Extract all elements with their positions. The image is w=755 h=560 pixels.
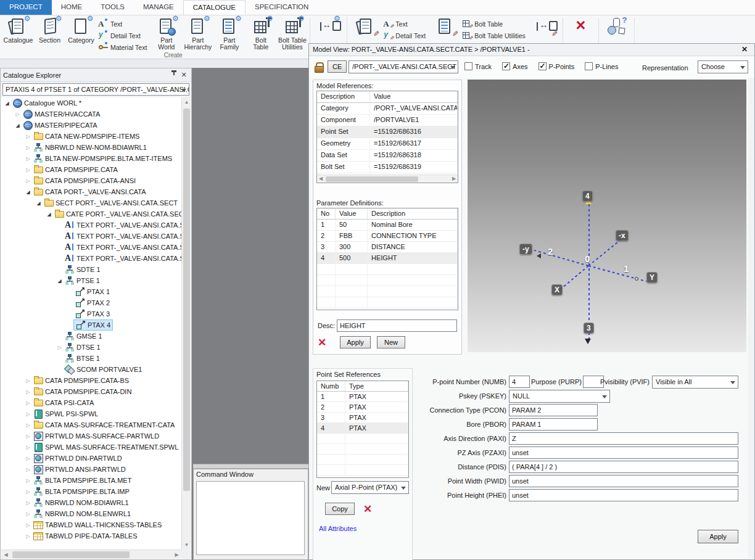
tree-item[interactable]: BTSE 1 (1, 353, 183, 364)
axis-badge--x[interactable]: -x (616, 230, 629, 241)
ribbon-button-detail-text[interactable]: y✎Detail Text (382, 30, 429, 41)
tree-item-content[interactable]: SCOM PORTVALVE1 (63, 364, 144, 375)
table-row[interactable]: 4PTAX (317, 423, 408, 434)
tree-item-content[interactable]: NBRWLD NOM-BDIAWRL1 (31, 497, 131, 508)
tree-item-content[interactable]: DTSE 1 (63, 342, 102, 353)
phei-input[interactable]: unset (509, 489, 738, 501)
tree-item[interactable]: ▷CATA PDMSPIPE.CATA-DIN (1, 386, 183, 397)
expander-closed-icon[interactable]: ▷ (25, 400, 31, 406)
tree-item-content[interactable]: BLTA PDMSPIPE.BLTA.IMP (31, 486, 131, 497)
lock-icon[interactable] (315, 62, 323, 72)
expander-closed-icon[interactable]: ▷ (25, 511, 31, 517)
tree-item-content[interactable]: CATA PDMSPIPE.CATA-DIN (31, 386, 133, 397)
parameter-definitions-table[interactable]: NoValueDescription150Nominal Bore2FBBCON… (316, 208, 458, 310)
expander-open-icon[interactable]: ◢ (25, 189, 31, 195)
expander-open-icon[interactable]: ◢ (56, 278, 63, 284)
tree-item-content[interactable]: PTAX 3 (73, 308, 112, 319)
tree-item-content[interactable]: CATA MAS-SURFACE-TREATMENT-CATA (31, 419, 176, 430)
table-row[interactable] (317, 297, 458, 308)
delete-parameter-icon[interactable]: ✕ (318, 337, 326, 348)
tree-item-content[interactable]: CATA PORT-_VALVE-ANSI.CATA (31, 186, 148, 197)
expander-closed-icon[interactable]: ▷ (56, 345, 63, 350)
tree-item[interactable]: ▷BLTA PDMSPIPE.BLTA.MET (1, 475, 183, 486)
tree-item-content[interactable]: PRTWLD MAS-SURFACE-PARTWLD (31, 430, 161, 442)
tree-item-content[interactable]: TABWLD PIPE-DATA-TABLES (31, 530, 139, 541)
tab-manage[interactable]: MANAGE (134, 0, 183, 15)
pvif-combo[interactable]: Visible in All (652, 376, 738, 389)
tree-item-content[interactable]: TABWLD WALL-THICKNESS-TABLES (31, 519, 163, 530)
ribbon-button-bolt-table[interactable]: ✎Bolt Table (461, 18, 529, 30)
pzaxi-input[interactable]: unset (509, 447, 738, 459)
tree-item[interactable]: ▷PRTWLD MAS-SURFACE-PARTWLD (1, 430, 183, 442)
expander-open-icon[interactable]: ◢ (14, 123, 21, 128)
scroll-left-icon[interactable]: ◀ (1, 550, 10, 559)
table-row[interactable]: Point Set=15192/686316 (317, 126, 458, 138)
table-row[interactable] (317, 455, 408, 465)
tree-item[interactable]: ▷NBRWLD NEW-NOM-BDIAWRL1 (1, 142, 183, 153)
scroll-left-icon[interactable]: ◀ (317, 175, 324, 183)
scroll-right-icon[interactable]: ▶ (450, 175, 458, 183)
tree-item[interactable]: ▷CATA PDMSPIPE.CATA-BS (1, 375, 183, 386)
delete-point-icon[interactable]: ✕ (363, 504, 372, 514)
tree-item-content[interactable]: ATEXT PORT-_VALVE-ANSI.CATA.SE (63, 220, 183, 231)
tree-item[interactable]: ▷CATA PDMSPIPE.CATA (1, 164, 183, 175)
tree-item-content[interactable]: CATA PSI-CATA (31, 397, 96, 408)
tree-item-content[interactable]: BLTA PDMSPIPE.BLTA.MET (31, 475, 133, 486)
tree-item[interactable]: ▷CATA NEW-PDMSPIPE-ITEMS (1, 131, 183, 142)
tree-item-content[interactable]: CATA PDMSPIPE.CATA-BS (31, 375, 131, 386)
table-row[interactable]: Category/PORT-_VALVE-ANSI.CATA.SECT (317, 103, 458, 115)
checkbox-axes[interactable]: Axes (502, 62, 527, 70)
pcon-input[interactable]: PARAM 2 (509, 404, 598, 416)
model-3d-canvas[interactable]: 4-x-yXY3201 (468, 80, 746, 352)
expander-open-icon[interactable]: ◢ (35, 200, 42, 206)
tree-item[interactable]: ▷PRTWLD DIN-PARTWLD (1, 453, 183, 464)
axis-badge-x[interactable]: X (551, 284, 563, 295)
tree-item-content[interactable]: NBRWLD NOM-BLENWRL1 (31, 508, 133, 519)
expander-closed-icon[interactable]: ▷ (25, 378, 31, 384)
tree-item-content[interactable]: MASTER/PIPECATA (21, 120, 99, 131)
tree-item-content[interactable]: BLTA NEW-PDMSPIPE.BLTA.MET-ITEMS (31, 153, 174, 164)
expander-closed-icon[interactable]: ▷ (25, 389, 31, 395)
expander-closed-icon[interactable]: ▷ (25, 156, 31, 162)
checkbox-unchecked-icon[interactable] (585, 62, 593, 70)
tree-item[interactable]: ▷DTSE 1 (1, 342, 183, 353)
tree-item-content[interactable]: ATEXT PORT-_VALVE-ANSI.CATA.SE (63, 231, 183, 242)
expander-closed-icon[interactable]: ▷ (25, 522, 31, 528)
tree-item-content[interactable]: ATEXT PORT-_VALVE-ANSI.CATA.SE (63, 253, 183, 264)
tree-item[interactable]: ▷BLTA NEW-PDMSPIPE.BLTA.MET-ITEMS (1, 153, 183, 164)
table-row[interactable]: 3PTAX (317, 413, 408, 423)
tree-item[interactable]: PTAX 4 (1, 319, 183, 331)
expander-closed-icon[interactable]: ▷ (25, 422, 31, 428)
tree-item-content[interactable]: CATA NEW-PDMSPIPE-ITEMS (31, 131, 141, 142)
expander-closed-icon[interactable]: ▷ (25, 134, 31, 139)
tree-item-content[interactable]: SDTE 1 (63, 264, 102, 275)
table-row[interactable]: 4500HEIGHT (317, 253, 458, 264)
table-row[interactable]: 3300DISTANCE (317, 242, 458, 253)
tree-item[interactable]: PTAX 3 (1, 308, 183, 319)
table-row[interactable]: Geometry=15192/686317 (317, 138, 458, 150)
tree-item-content[interactable]: PTSE 1 (63, 275, 102, 286)
expander-closed-icon[interactable]: ▷ (25, 500, 31, 506)
tree-item[interactable]: ▷TABWLD PIPE-DATA-TABLES (1, 530, 183, 541)
tree-item-content[interactable]: NBRWLD NEW-NOM-BDIAWRL1 (31, 142, 149, 153)
tab-tools[interactable]: TOOLS (91, 0, 134, 15)
pwid-input[interactable]: unset (509, 475, 738, 487)
parameter-apply-button[interactable]: Apply (340, 336, 371, 348)
tab-home[interactable]: HOME (52, 0, 92, 15)
expander-closed-icon[interactable]: ▷ (25, 533, 31, 539)
tree-item[interactable]: SDTE 1 (1, 264, 183, 275)
tree-item[interactable]: ▷MASTER/HVACCATA (1, 109, 183, 120)
pbor-input[interactable]: PARAM 1 (509, 418, 598, 430)
tree-item-content[interactable]: SECT PORT-_VALVE-ANSI.CATA.SECT (42, 197, 179, 208)
tree-item[interactable]: ◢SECT PORT-_VALVE-ANSI.CATA.SECT (1, 197, 183, 208)
tree-item[interactable]: PTAX 1 (1, 286, 183, 297)
apply-button[interactable]: Apply (698, 530, 738, 543)
expander-closed-icon[interactable]: ▷ (25, 178, 31, 184)
table-row[interactable] (317, 264, 458, 275)
tree-item[interactable]: ▷BLTA PDMSPIPE.BLTA.IMP (1, 486, 183, 497)
table-row[interactable]: Bolt Set=15192/686319 (317, 162, 458, 173)
ce-button[interactable]: CE (328, 60, 347, 73)
tree-item-content[interactable]: CATE PORT-_VALVE-ANSI.CATA.SECT. (52, 208, 183, 220)
checkbox-checked-icon[interactable] (538, 62, 547, 70)
tree-item-content[interactable]: BTSE 1 (63, 353, 102, 364)
